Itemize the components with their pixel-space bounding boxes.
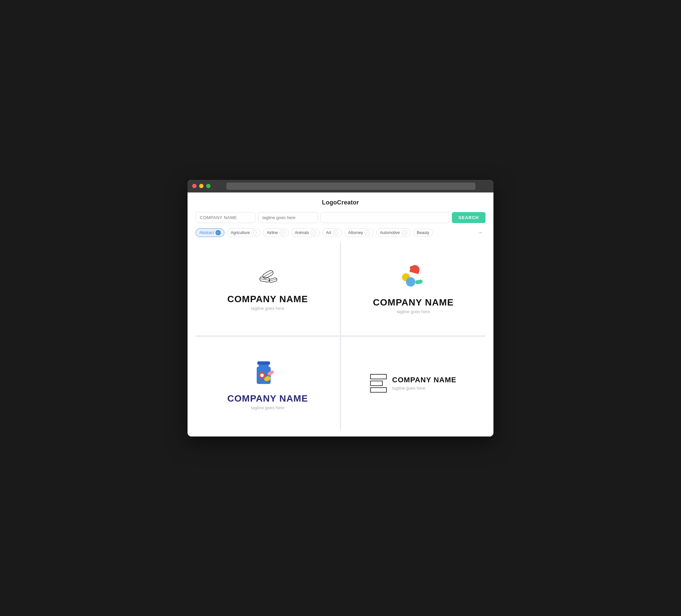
medicine-bottle-icon: [249, 356, 286, 387]
boxes-logo-layout: COMPANY NAME tagline goes here: [370, 374, 456, 393]
boxes-text-group: COMPANY NAME tagline goes here: [392, 376, 456, 391]
box-narrow: [370, 381, 383, 386]
close-button[interactable]: [192, 184, 197, 188]
filter-bar: Abstract ✓ Agriculture ✓ Airline ✓ Anima…: [196, 228, 485, 237]
tagline-input[interactable]: [258, 212, 318, 223]
tagline-2: tagline goes here: [397, 309, 430, 314]
filter-chip-abstract[interactable]: Abstract ✓: [196, 228, 224, 237]
check-airline: ✓: [280, 230, 285, 235]
app-title: LogoCreator: [322, 199, 359, 206]
app-content: LogoCreator SEARCH Abstract ✓ Agricultur…: [187, 192, 494, 436]
maximize-button[interactable]: [206, 184, 210, 188]
extra-input[interactable]: [321, 212, 449, 223]
titlebar: [187, 180, 494, 192]
filter-label-agriculture: Agriculture: [231, 230, 250, 235]
color-pills-icon: [397, 263, 430, 291]
app-header: LogoCreator: [196, 199, 485, 206]
boxes-icon: [370, 374, 387, 393]
filter-label-abstract: Abstract: [199, 230, 214, 235]
filter-chip-beauty[interactable]: Beauty: [413, 229, 433, 237]
search-bar: SEARCH: [196, 212, 485, 223]
svg-line-3: [260, 279, 270, 280]
filter-label-airline: Airline: [267, 230, 278, 235]
check-animals: ✓: [310, 230, 316, 235]
filter-label-automotive: Automotive: [380, 230, 400, 235]
search-button[interactable]: SEARCH: [452, 212, 485, 223]
tagline-3: tagline goes here: [251, 405, 284, 410]
svg-line-1: [263, 272, 273, 277]
logo-card-1[interactable]: COMPANY NAME tagline goes here: [196, 242, 340, 335]
company-name-2: COMPANY NAME: [373, 297, 454, 308]
filter-chip-attorney[interactable]: Attorney ✓: [345, 228, 374, 237]
box-wide: [370, 374, 387, 379]
company-name-4: COMPANY NAME: [392, 376, 456, 384]
filter-label-art: Art: [326, 230, 331, 235]
minimize-button[interactable]: [199, 184, 203, 188]
filter-chip-agriculture[interactable]: Agriculture ✓: [227, 228, 260, 237]
filter-label-attorney: Attorney: [348, 230, 363, 235]
svg-rect-15: [257, 361, 270, 365]
check-attorney: ✓: [364, 230, 370, 235]
app-window: LogoCreator SEARCH Abstract ✓ Agricultur…: [187, 180, 494, 436]
svg-point-11: [406, 277, 415, 287]
filter-chip-airline[interactable]: Airline ✓: [263, 228, 288, 237]
filter-label-beauty: Beauty: [417, 230, 429, 235]
filter-next-arrow[interactable]: →: [475, 228, 485, 237]
check-automotive: ✓: [402, 230, 407, 235]
logo-card-4[interactable]: COMPANY NAME tagline goes here: [341, 337, 485, 430]
check-art: ✓: [333, 230, 338, 235]
logo-grid: COMPANY NAME tagline goes here: [196, 242, 485, 430]
filter-chip-art[interactable]: Art ✓: [322, 228, 342, 237]
box-wide-2: [370, 387, 387, 393]
check-agriculture: ✓: [251, 230, 257, 235]
svg-rect-18: [260, 374, 264, 376]
pills-outline-icon: [254, 266, 281, 288]
filter-label-animals: Animals: [295, 230, 309, 235]
tagline-1: tagline goes here: [251, 306, 284, 311]
tagline-4: tagline goes here: [392, 386, 456, 391]
address-bar: [226, 182, 476, 190]
company-name-input[interactable]: [196, 212, 255, 223]
filter-chip-animals[interactable]: Animals ✓: [291, 228, 320, 237]
company-name-3: COMPANY NAME: [227, 393, 308, 404]
check-abstract: ✓: [216, 230, 221, 235]
company-name-1: COMPANY NAME: [227, 294, 308, 305]
filter-chip-automotive[interactable]: Automotive ✓: [376, 228, 410, 237]
logo-card-2[interactable]: COMPANY NAME tagline goes here: [341, 242, 485, 335]
logo-card-3[interactable]: COMPANY NAME tagline goes here: [196, 337, 340, 430]
